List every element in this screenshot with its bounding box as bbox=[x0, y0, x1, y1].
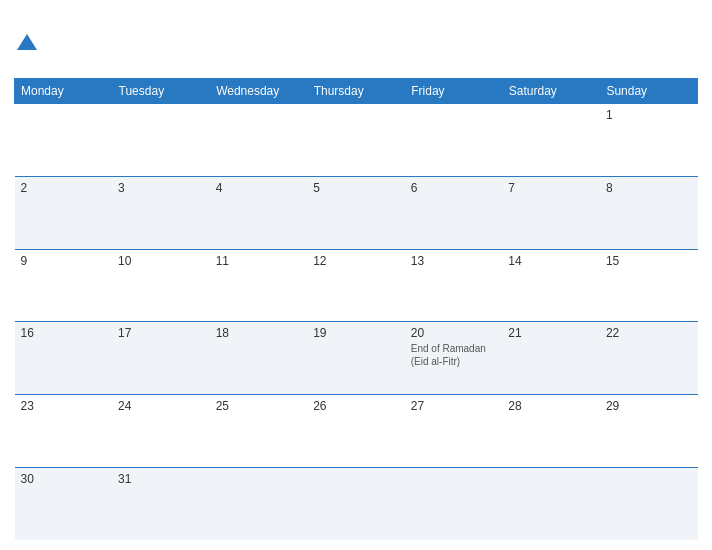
day-number: 22 bbox=[606, 326, 692, 340]
day-number: 20 bbox=[411, 326, 497, 340]
day-cell bbox=[210, 104, 308, 177]
day-cell: 9 bbox=[15, 249, 113, 322]
day-number: 16 bbox=[21, 326, 107, 340]
day-number: 17 bbox=[118, 326, 204, 340]
day-cell: 29 bbox=[600, 395, 698, 468]
day-cell: 26 bbox=[307, 395, 405, 468]
day-cell: 1 bbox=[600, 104, 698, 177]
day-cell: 7 bbox=[502, 176, 600, 249]
col-header-tuesday: Tuesday bbox=[112, 79, 210, 104]
day-cell bbox=[405, 104, 503, 177]
day-number: 26 bbox=[313, 399, 399, 413]
day-cell: 12 bbox=[307, 249, 405, 322]
day-cell: 4 bbox=[210, 176, 308, 249]
day-cell: 28 bbox=[502, 395, 600, 468]
day-number: 9 bbox=[21, 254, 107, 268]
day-number: 11 bbox=[216, 254, 302, 268]
day-cell: 17 bbox=[112, 322, 210, 395]
day-cell: 18 bbox=[210, 322, 308, 395]
day-number: 10 bbox=[118, 254, 204, 268]
day-cell bbox=[307, 467, 405, 540]
day-number: 5 bbox=[313, 181, 399, 195]
day-number: 6 bbox=[411, 181, 497, 195]
col-header-monday: Monday bbox=[15, 79, 113, 104]
day-cell: 31 bbox=[112, 467, 210, 540]
day-number: 4 bbox=[216, 181, 302, 195]
day-number: 30 bbox=[21, 472, 107, 486]
day-cell bbox=[600, 467, 698, 540]
day-number: 21 bbox=[508, 326, 594, 340]
day-cell: 11 bbox=[210, 249, 308, 322]
logo-area bbox=[14, 31, 38, 49]
day-cell: 5 bbox=[307, 176, 405, 249]
col-header-friday: Friday bbox=[405, 79, 503, 104]
day-number: 12 bbox=[313, 254, 399, 268]
week-row-2: 2345678 bbox=[15, 176, 698, 249]
day-number: 18 bbox=[216, 326, 302, 340]
day-number: 31 bbox=[118, 472, 204, 486]
day-cell: 25 bbox=[210, 395, 308, 468]
col-header-sunday: Sunday bbox=[600, 79, 698, 104]
day-number: 2 bbox=[21, 181, 107, 195]
calendar-table: MondayTuesdayWednesdayThursdayFridaySatu… bbox=[14, 78, 698, 540]
week-row-6: 3031 bbox=[15, 467, 698, 540]
svg-marker-0 bbox=[17, 34, 37, 50]
day-number: 14 bbox=[508, 254, 594, 268]
day-cell bbox=[502, 467, 600, 540]
day-cell: 27 bbox=[405, 395, 503, 468]
day-cell bbox=[405, 467, 503, 540]
day-number: 1 bbox=[606, 108, 692, 122]
day-cell bbox=[307, 104, 405, 177]
day-number: 28 bbox=[508, 399, 594, 413]
day-cell: 21 bbox=[502, 322, 600, 395]
day-cell: 24 bbox=[112, 395, 210, 468]
calendar-wrapper: MondayTuesdayWednesdayThursdayFridaySatu… bbox=[14, 78, 698, 540]
day-number: 29 bbox=[606, 399, 692, 413]
day-cell: 15 bbox=[600, 249, 698, 322]
day-cell: 2 bbox=[15, 176, 113, 249]
day-cell: 8 bbox=[600, 176, 698, 249]
day-cell: 16 bbox=[15, 322, 113, 395]
day-cell: 22 bbox=[600, 322, 698, 395]
day-number: 8 bbox=[606, 181, 692, 195]
day-number: 19 bbox=[313, 326, 399, 340]
day-cell: 6 bbox=[405, 176, 503, 249]
day-number: 3 bbox=[118, 181, 204, 195]
col-header-thursday: Thursday bbox=[307, 79, 405, 104]
header bbox=[14, 10, 698, 70]
week-row-4: 1617181920End of Ramadan (Eid al-Fitr)21… bbox=[15, 322, 698, 395]
day-cell bbox=[502, 104, 600, 177]
day-cell: 30 bbox=[15, 467, 113, 540]
calendar-page: MondayTuesdayWednesdayThursdayFridaySatu… bbox=[0, 0, 712, 550]
day-event: End of Ramadan (Eid al-Fitr) bbox=[411, 342, 497, 368]
week-row-3: 9101112131415 bbox=[15, 249, 698, 322]
day-cell: 20End of Ramadan (Eid al-Fitr) bbox=[405, 322, 503, 395]
day-cell bbox=[15, 104, 113, 177]
day-cell bbox=[112, 104, 210, 177]
day-header-row: MondayTuesdayWednesdayThursdayFridaySatu… bbox=[15, 79, 698, 104]
day-number: 13 bbox=[411, 254, 497, 268]
day-cell bbox=[210, 467, 308, 540]
day-number: 7 bbox=[508, 181, 594, 195]
day-number: 24 bbox=[118, 399, 204, 413]
col-header-saturday: Saturday bbox=[502, 79, 600, 104]
day-cell: 3 bbox=[112, 176, 210, 249]
day-number: 25 bbox=[216, 399, 302, 413]
day-cell: 10 bbox=[112, 249, 210, 322]
col-header-wednesday: Wednesday bbox=[210, 79, 308, 104]
day-number: 23 bbox=[21, 399, 107, 413]
logo-icon bbox=[16, 31, 38, 53]
day-cell: 19 bbox=[307, 322, 405, 395]
day-number: 27 bbox=[411, 399, 497, 413]
day-cell: 23 bbox=[15, 395, 113, 468]
week-row-5: 23242526272829 bbox=[15, 395, 698, 468]
day-cell: 14 bbox=[502, 249, 600, 322]
week-row-1: 1 bbox=[15, 104, 698, 177]
day-cell: 13 bbox=[405, 249, 503, 322]
day-number: 15 bbox=[606, 254, 692, 268]
